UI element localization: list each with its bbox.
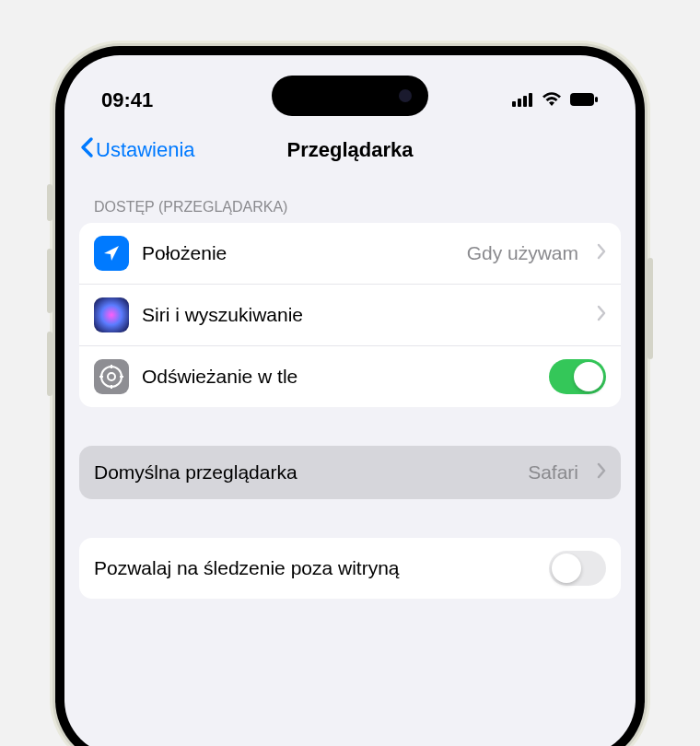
volume-down-button (47, 332, 52, 396)
section-header-access: DOSTĘP (PRZEGLĄDARKA) (64, 177, 636, 223)
chevron-left-icon (79, 136, 94, 164)
svg-rect-4 (570, 93, 594, 106)
row-value: Gdy używam (467, 242, 578, 264)
row-background-refresh: Odświeżanie w tle (79, 345, 621, 407)
row-label: Odświeżanie w tle (142, 366, 536, 388)
toggle-background-refresh[interactable] (549, 359, 606, 394)
toggle-knob (552, 554, 581, 583)
svg-rect-5 (595, 97, 598, 102)
gear-icon (94, 359, 129, 394)
volume-up-button (47, 249, 52, 313)
row-siri[interactable]: Siri i wyszukiwanie (79, 284, 621, 345)
list-group-default-browser: Domyślna przeglądarka Safari (79, 446, 621, 499)
back-button[interactable]: Ustawienia (79, 136, 195, 164)
row-label: Położenie (142, 242, 454, 264)
chevron-right-icon (597, 243, 606, 263)
list-group-tracking: Pozwalaj na śledzenie poza witryną (79, 538, 621, 599)
svg-rect-2 (523, 96, 527, 107)
wifi-icon (542, 88, 562, 112)
screen: 09:41 Ustawienia Przeglądarka (64, 55, 636, 746)
chevron-right-icon (597, 305, 606, 325)
status-time: 09:41 (101, 88, 153, 112)
svg-point-7 (108, 373, 115, 380)
battery-icon (569, 88, 599, 112)
row-cross-site-tracking: Pozwalaj na śledzenie poza witryną (79, 538, 621, 599)
svg-rect-3 (529, 93, 532, 107)
page-title: Przeglądarka (287, 138, 414, 162)
row-label: Domyślna przeglądarka (94, 461, 515, 484)
iphone-frame: 09:41 Ustawienia Przeglądarka (55, 46, 645, 746)
list-group-access: Położenie Gdy używam Siri i wyszukiwanie… (79, 223, 621, 407)
row-value: Safari (528, 461, 578, 484)
toggle-cross-site-tracking[interactable] (549, 551, 606, 586)
navigation-bar: Ustawienia Przeglądarka (64, 120, 636, 177)
location-icon (94, 236, 129, 271)
svg-point-6 (101, 367, 122, 387)
chevron-right-icon (597, 462, 606, 483)
row-label: Siri i wyszukiwanie (142, 304, 578, 326)
back-label: Ustawienia (96, 138, 195, 162)
dynamic-island (272, 76, 428, 116)
svg-rect-1 (518, 99, 521, 107)
side-button (47, 184, 52, 221)
siri-icon (94, 297, 129, 332)
row-label: Pozwalaj na śledzenie poza witryną (94, 557, 536, 579)
row-default-browser[interactable]: Domyślna przeglądarka Safari (79, 446, 621, 499)
cellular-icon (512, 88, 534, 112)
toggle-knob (574, 362, 603, 391)
power-button (648, 258, 653, 359)
row-location[interactable]: Położenie Gdy używam (79, 223, 621, 284)
svg-rect-0 (512, 101, 516, 107)
